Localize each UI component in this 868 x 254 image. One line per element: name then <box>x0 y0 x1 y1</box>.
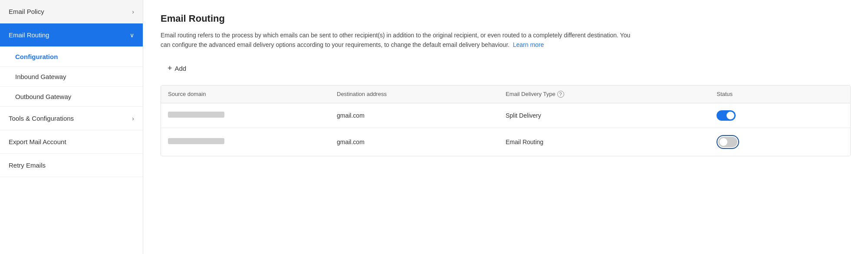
sidebar-sub-item-label: Outbound Gateway <box>15 93 71 100</box>
sidebar-item-retry-emails[interactable]: Retry Emails <box>0 154 143 177</box>
chevron-right-icon: › <box>132 115 134 122</box>
header-destination-address: Destination address <box>337 91 506 98</box>
learn-more-link[interactable]: Learn more <box>513 41 544 48</box>
source-domain-cell <box>168 112 337 119</box>
destination-address-cell: gmail.com <box>337 112 506 119</box>
sidebar-sub-item-inbound-gateway[interactable]: Inbound Gateway <box>0 67 143 87</box>
routing-table: Source domain Destination address Email … <box>161 85 851 156</box>
sidebar: Email Policy › Email Routing ∨ Configura… <box>0 0 143 254</box>
table-header: Source domain Destination address Email … <box>161 86 850 103</box>
sidebar-sub-item-outbound-gateway[interactable]: Outbound Gateway <box>0 87 143 107</box>
sidebar-item-email-routing[interactable]: Email Routing ∨ <box>0 23 143 47</box>
source-domain-cell <box>168 138 337 145</box>
status-toggle[interactable] <box>717 110 736 121</box>
plus-icon: + <box>168 64 172 73</box>
table-row: gmail.com Split Delivery <box>161 103 850 128</box>
chevron-right-icon: › <box>132 8 134 15</box>
sidebar-item-label: Email Routing <box>9 31 49 39</box>
page-title: Email Routing <box>161 13 851 24</box>
status-toggle-bordered[interactable] <box>717 135 739 149</box>
header-source-domain: Source domain <box>168 91 337 98</box>
chevron-down-icon: ∨ <box>130 32 134 39</box>
table-row: gmail.com Email Routing <box>161 128 850 156</box>
sidebar-item-label: Tools & Configurations <box>9 115 74 122</box>
sidebar-item-label: Email Policy <box>9 8 44 15</box>
redacted-source-domain <box>168 138 224 144</box>
toggle-slider <box>717 110 736 121</box>
status-toggle[interactable] <box>718 137 737 147</box>
header-email-delivery-type: Email Delivery Type ? <box>506 91 717 98</box>
email-delivery-type-cell: Email Routing <box>506 139 717 145</box>
sidebar-sub-item-label: Configuration <box>15 53 58 60</box>
sidebar-item-tools-configurations[interactable]: Tools & Configurations › <box>0 107 143 130</box>
help-icon[interactable]: ? <box>557 91 564 98</box>
page-description: Email routing refers to the process by w… <box>161 30 638 50</box>
sidebar-item-label: Export Mail Account <box>9 138 66 145</box>
add-button[interactable]: + Add <box>161 60 193 76</box>
email-delivery-type-cell: Split Delivery <box>506 112 717 119</box>
redacted-source-domain <box>168 112 224 118</box>
sidebar-item-export-mail-account[interactable]: Export Mail Account <box>0 130 143 154</box>
sidebar-sub-item-label: Inbound Gateway <box>15 73 66 80</box>
sidebar-item-email-policy[interactable]: Email Policy › <box>0 0 143 23</box>
sidebar-item-label: Retry Emails <box>9 162 46 169</box>
header-status: Status <box>717 91 843 98</box>
status-cell <box>717 135 843 149</box>
toggle-slider <box>718 137 737 147</box>
destination-address-cell: gmail.com <box>337 139 506 145</box>
main-content: Email Routing Email routing refers to th… <box>143 0 868 254</box>
status-cell <box>717 110 843 121</box>
sidebar-sub-item-configuration[interactable]: Configuration <box>0 47 143 67</box>
